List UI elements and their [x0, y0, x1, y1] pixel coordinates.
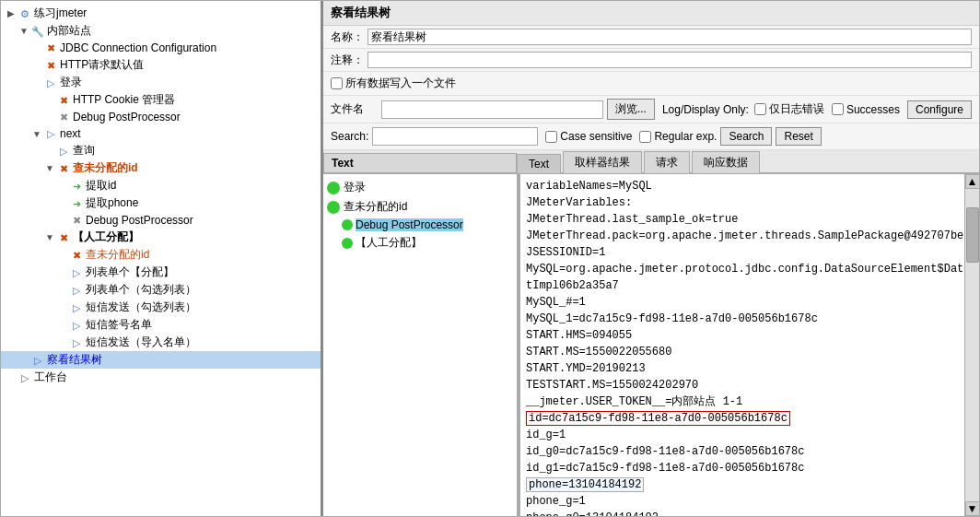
tree-item-distribute[interactable]: ▼✖【人工分配】: [1, 229, 321, 246]
file-input[interactable]: [381, 100, 603, 119]
tree-item-login[interactable]: ▷登录: [1, 74, 321, 91]
icon-extract: ➜: [69, 179, 84, 194]
icon-query: ▷: [56, 144, 71, 159]
data-panel: variableNames=MySQLJMeterVariables:JMete…: [520, 174, 964, 516]
tree-item-list1[interactable]: ▷列表单个【分配】: [1, 264, 321, 281]
tree-item-extract_phone[interactable]: ➜提取phone: [1, 194, 321, 212]
data-line: JMeterThread.last_sample_ok=true: [526, 211, 959, 228]
tree-label-extract_phone: 提取phone: [86, 195, 138, 211]
data-line: id_g=1: [526, 427, 959, 443]
tree-toggle-distribute[interactable]: ▼: [43, 232, 56, 242]
name-row: 名称：: [323, 26, 979, 49]
tree-label-internal: 内部站点: [47, 23, 91, 39]
tree-label-jdbc: JDBC Connection Configuration: [60, 41, 216, 54]
data-line: START.YMD=20190213: [526, 360, 959, 377]
icon-sms: ▷: [69, 318, 84, 333]
result-item[interactable]: Debug PostProcessor: [323, 217, 517, 233]
tree-item-find_id[interactable]: ▼✖查未分配的id: [1, 159, 321, 177]
tree-label-next: next: [60, 127, 81, 140]
file-row: 文件名 浏览... Log/Display Only: 仅日志错误 Succes…: [323, 96, 979, 123]
errors-checkbox[interactable]: [754, 103, 766, 115]
tree-item-extract_id[interactable]: ➜提取id: [1, 177, 321, 194]
reset-button[interactable]: Reset: [776, 127, 821, 146]
panel-title: 察看结果树: [323, 1, 979, 26]
tree-label-cookie: HTTP Cookie 管理器: [73, 92, 175, 108]
case-sensitive-checkbox[interactable]: [545, 131, 557, 143]
tab-text[interactable]: Text: [517, 154, 561, 173]
comment-input[interactable]: [368, 52, 972, 68]
name-input[interactable]: [368, 29, 972, 45]
tree-item-internal[interactable]: ▼🔧内部站点: [1, 22, 321, 40]
regular-exp-checkbox[interactable]: [639, 131, 651, 143]
file-label: 文件名: [331, 101, 381, 117]
browse-button[interactable]: 浏览...: [607, 99, 655, 120]
tree-item-debug1[interactable]: ✖Debug PostProcessor: [1, 109, 321, 125]
search-button[interactable]: Search: [720, 127, 772, 146]
scrollbar-vertical[interactable]: ▲ ▼: [964, 174, 979, 516]
tree-item-http_default[interactable]: ✖HTTP请求默认值: [1, 56, 321, 74]
tree-item-workbench[interactable]: ▷工作台: [1, 369, 321, 386]
status-indicator: [327, 201, 340, 214]
data-line: id_g1=dc7a15c9-fd98-11e8-a7d0-005056b167…: [526, 460, 959, 476]
icon-list: ▷: [69, 265, 84, 280]
successes-checkbox[interactable]: [832, 103, 844, 115]
status-indicator: [327, 182, 340, 194]
tree-item-sms_sign[interactable]: ▷短信签号名单: [1, 316, 321, 334]
errors-label: 仅日志错误: [769, 101, 824, 117]
tree-item-root[interactable]: ▶⚙练习jmeter: [1, 5, 321, 22]
tree-item-jdbc[interactable]: ✖JDBC Connection Configuration: [1, 40, 321, 56]
tree-item-find_id2[interactable]: ✖查未分配的id: [1, 246, 321, 264]
tree-toggle-find_id[interactable]: ▼: [43, 163, 56, 173]
data-line: MySQL=org.apache.jmeter.protocol.jdbc.co…: [526, 261, 959, 277]
tree-item-cookie[interactable]: ✖HTTP Cookie 管理器: [1, 91, 321, 109]
search-input[interactable]: [372, 127, 538, 146]
tree-item-next[interactable]: ▼▷next: [1, 125, 321, 142]
text-column-header: Text: [323, 153, 517, 172]
data-line: id_g0=dc7a15c9-fd98-11e8-a7d0-005056b167…: [526, 443, 959, 460]
tree-label-distribute: 【人工分配】: [73, 229, 139, 245]
result-tree-panel: 登录查未分配的idDebug PostProcessor【人工分配】: [323, 174, 517, 516]
scroll-down-button[interactable]: ▼: [965, 501, 980, 516]
tree-item-sms_send[interactable]: ▷短信发送（勾选列表）: [1, 299, 321, 316]
tree-label-result_tree: 察看结果树: [47, 352, 102, 368]
highlighted-value: phone=13104184192: [526, 477, 644, 492]
tree-toggle-internal[interactable]: ▼: [18, 26, 30, 36]
comment-label: 注释：: [331, 53, 368, 68]
tree-label-find_id2: 查未分配的id: [86, 247, 149, 263]
icon-broom: ⚙: [18, 6, 32, 21]
tree-item-check_list[interactable]: ▷列表单个（勾选列表）: [1, 281, 321, 299]
icon-list: ▷: [69, 283, 84, 298]
result-item-label: 【人工分配】: [356, 235, 422, 251]
data-line: JSESSIONID=1: [526, 244, 959, 261]
tree-label-sms_import: 短信发送（导入名单）: [86, 335, 196, 350]
file-checkbox[interactable]: [331, 77, 343, 89]
tree-item-query[interactable]: ▷查询: [1, 142, 321, 159]
icon-internal: 🔧: [30, 24, 45, 39]
result-item[interactable]: 登录: [323, 178, 517, 197]
tree-item-sms_import[interactable]: ▷短信发送（导入名单）: [1, 334, 321, 351]
data-line: MySQL_1=dc7a15c9-fd98-11e8-a7d0-005056b1…: [526, 311, 959, 327]
scrollbar-thumb[interactable]: [966, 207, 979, 263]
regular-exp-label: Regular exp.: [654, 130, 717, 143]
tree-label-http_default: HTTP请求默认值: [60, 57, 144, 73]
data-line: START.HMS=094055: [526, 327, 959, 344]
search-row: Search: Case sensitive Regular exp. Sear…: [323, 123, 979, 150]
configure-button[interactable]: Configure: [907, 100, 972, 119]
result-item[interactable]: 查未分配的id: [323, 197, 517, 217]
icon-login: ▷: [43, 76, 58, 90]
tree-toggle-next[interactable]: ▼: [30, 129, 43, 139]
tab-response[interactable]: 响应数据: [692, 151, 760, 173]
search-label: Search:: [331, 130, 368, 143]
data-line: TESTSTART.MS=1550024202970: [526, 377, 959, 394]
scroll-up-button[interactable]: ▲: [965, 174, 980, 189]
data-line: phone_g=1: [526, 493, 959, 510]
tree-toggle-root[interactable]: ▶: [5, 8, 18, 18]
tab-request[interactable]: 请求: [644, 151, 690, 173]
result-item[interactable]: 【人工分配】: [323, 233, 517, 253]
tree-label-extract_id: 提取id: [86, 178, 116, 194]
tree-item-debug2[interactable]: ✖Debug PostProcessor: [1, 212, 321, 229]
data-line: __jmeter.USER_TOKEN__=内部站点 1-1: [526, 394, 959, 410]
tab-sampler[interactable]: 取样器结果: [563, 151, 642, 173]
icon-sms: ▷: [69, 300, 84, 315]
tree-item-result_tree[interactable]: ▷察看结果树: [1, 351, 321, 369]
